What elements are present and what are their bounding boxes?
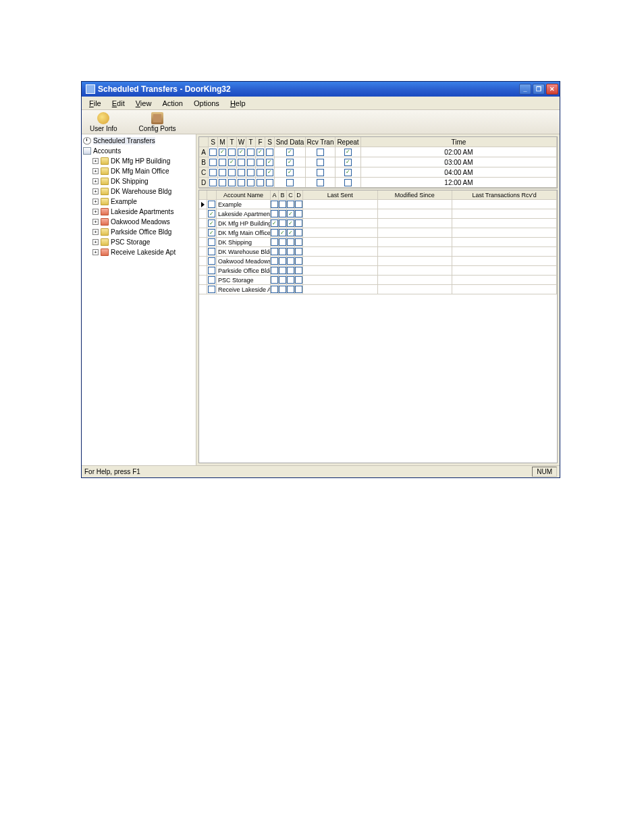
sched-a-checkbox[interactable] <box>271 276 278 284</box>
day-checkbox[interactable] <box>209 149 217 156</box>
day-checkbox[interactable] <box>219 169 226 176</box>
maximize-button[interactable]: ❐ <box>533 84 545 95</box>
account-checkbox[interactable] <box>208 286 215 293</box>
sched-d-checkbox[interactable] <box>295 257 302 265</box>
sched-d-checkbox[interactable] <box>295 219 302 227</box>
acct-header-cell[interactable] <box>207 190 217 200</box>
rep-checkbox[interactable] <box>344 149 352 156</box>
menu-help[interactable]: Help <box>225 98 250 109</box>
snd-checkbox[interactable] <box>286 159 294 166</box>
tree-item[interactable]: +Oakwood Meadows <box>82 217 196 227</box>
account-checkbox[interactable] <box>208 210 215 217</box>
snd-checkbox[interactable] <box>286 169 294 176</box>
sched-a-checkbox[interactable] <box>271 210 278 217</box>
sched-d-checkbox[interactable] <box>295 276 302 284</box>
day-checkbox[interactable] <box>266 179 273 186</box>
sched-a-checkbox[interactable] <box>271 201 278 208</box>
sched-d-checkbox[interactable] <box>295 267 302 274</box>
account-row[interactable]: PSC Storage <box>199 276 557 285</box>
account-row[interactable]: Lakeside Apartments <box>199 209 557 219</box>
sched-b-checkbox[interactable] <box>279 219 286 227</box>
menu-view[interactable]: View <box>131 98 157 109</box>
rcv-checkbox[interactable] <box>317 149 324 156</box>
snd-checkbox[interactable] <box>286 149 294 156</box>
sched-a-checkbox[interactable] <box>271 219 278 227</box>
account-checkbox[interactable] <box>208 248 215 255</box>
rcv-checkbox[interactable] <box>317 169 324 176</box>
day-checkbox[interactable] <box>257 169 264 176</box>
config-ports-button[interactable]: Config Ports <box>136 111 179 134</box>
sched-b-checkbox[interactable] <box>279 276 286 284</box>
sched-b-checkbox[interactable] <box>279 267 286 274</box>
account-row[interactable]: DK Shipping <box>199 238 557 247</box>
day-checkbox[interactable] <box>247 179 254 186</box>
account-checkbox[interactable] <box>208 238 215 246</box>
sched-d-checkbox[interactable] <box>295 286 302 293</box>
acct-header-cell[interactable]: Last Sent <box>303 190 378 200</box>
sched-c-checkbox[interactable] <box>287 219 294 227</box>
tree-item[interactable]: +DK Mfg HP Building <box>82 156 196 166</box>
sched-a-checkbox[interactable] <box>271 229 278 236</box>
day-checkbox[interactable] <box>228 179 236 186</box>
expand-icon[interactable]: + <box>92 249 99 255</box>
menu-edit[interactable]: Edit <box>107 98 130 109</box>
tree-pane[interactable]: Scheduled Transfers Accounts +DK Mfg HP … <box>82 134 196 465</box>
acct-header-cell[interactable]: Last Transactions Rcv'd <box>452 190 557 200</box>
sched-a-checkbox[interactable] <box>271 257 278 265</box>
acct-header-cell[interactable]: Modified Since <box>378 190 453 200</box>
sched-c-checkbox[interactable] <box>287 257 294 265</box>
sched-c-checkbox[interactable] <box>287 238 294 246</box>
day-checkbox[interactable] <box>266 149 273 156</box>
day-checkbox[interactable] <box>209 169 217 176</box>
snd-checkbox[interactable] <box>286 179 294 186</box>
sched-b-checkbox[interactable] <box>279 210 286 217</box>
account-checkbox[interactable] <box>208 276 215 284</box>
sched-c-checkbox[interactable] <box>287 210 294 217</box>
day-checkbox[interactable] <box>238 179 245 186</box>
day-checkbox[interactable] <box>257 149 264 156</box>
tree-item[interactable]: +DK Shipping <box>82 176 196 186</box>
sched-b-checkbox[interactable] <box>279 229 286 236</box>
day-checkbox[interactable] <box>257 159 264 166</box>
tree-item[interactable]: +DK Warehouse Bldg <box>82 186 196 197</box>
schedule-time[interactable]: 04:00 AM <box>361 167 557 178</box>
account-checkbox[interactable] <box>208 201 215 208</box>
sched-c-checkbox[interactable] <box>287 248 294 255</box>
day-checkbox[interactable] <box>247 169 254 176</box>
account-row[interactable]: DK Mfg HP Building <box>199 219 557 228</box>
sched-b-checkbox[interactable] <box>279 286 286 293</box>
account-row[interactable]: Parkside Office Bldg <box>199 266 557 276</box>
sched-c-checkbox[interactable] <box>287 267 294 274</box>
tree-accounts[interactable]: Accounts <box>82 146 196 156</box>
sched-d-checkbox[interactable] <box>295 201 302 208</box>
expand-icon[interactable]: + <box>92 229 99 235</box>
account-row[interactable]: Oakwood Meadows <box>199 257 557 266</box>
minimize-button[interactable]: _ <box>519 84 531 95</box>
account-row[interactable]: DK Mfg Main Office <box>199 228 557 238</box>
expand-icon[interactable]: + <box>92 158 99 164</box>
sched-a-checkbox[interactable] <box>271 286 278 293</box>
day-checkbox[interactable] <box>228 169 236 176</box>
account-checkbox[interactable] <box>208 229 215 236</box>
expand-icon[interactable]: + <box>92 209 99 215</box>
acct-header-cell[interactable]: C <box>287 190 295 200</box>
close-button[interactable]: ✕ <box>546 84 558 95</box>
account-checkbox[interactable] <box>208 257 215 265</box>
day-checkbox[interactable] <box>266 169 273 176</box>
menu-action[interactable]: Action <box>157 98 188 109</box>
tree-item[interactable]: +DK Mfg Main Office <box>82 166 196 176</box>
tree-item[interactable]: +Example <box>82 197 196 207</box>
day-checkbox[interactable] <box>238 169 245 176</box>
day-checkbox[interactable] <box>209 179 217 186</box>
expand-icon[interactable]: + <box>92 188 99 194</box>
tree-item[interactable]: +PSC Storage <box>82 237 196 247</box>
expand-icon[interactable]: + <box>92 239 99 245</box>
sched-a-checkbox[interactable] <box>271 267 278 274</box>
day-checkbox[interactable] <box>219 159 226 166</box>
schedule-time[interactable]: 03:00 AM <box>361 157 557 167</box>
day-checkbox[interactable] <box>247 149 254 156</box>
day-checkbox[interactable] <box>238 159 245 166</box>
sched-c-checkbox[interactable] <box>287 201 294 208</box>
sched-d-checkbox[interactable] <box>295 229 302 236</box>
day-checkbox[interactable] <box>219 149 226 156</box>
